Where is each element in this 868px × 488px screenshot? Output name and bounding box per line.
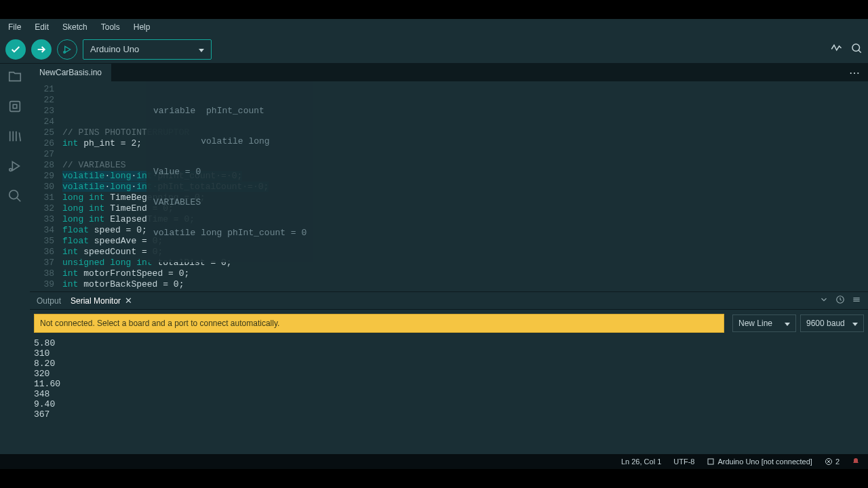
board-selector[interactable]: Arduino Uno: [83, 39, 212, 60]
menu-edit[interactable]: Edit: [29, 21, 54, 33]
chevron-down-icon: [852, 319, 858, 328]
debug-icon[interactable]: [7, 159, 22, 174]
svg-marker-7: [12, 162, 19, 171]
serial-output: 5.803108.2032011.603489.40367: [30, 337, 868, 454]
boards-manager-icon[interactable]: [7, 99, 22, 114]
editor-tab[interactable]: NewCarBasis.ino: [30, 64, 111, 81]
svg-rect-6: [13, 104, 17, 108]
svg-marker-1: [65, 46, 71, 52]
code-editor[interactable]: 2122232425262728293031323334353637383940…: [30, 81, 868, 291]
svg-line-10: [17, 198, 21, 202]
editor-tabs: NewCarBasis.ino ⋯: [30, 64, 868, 81]
tab-output[interactable]: Output: [37, 296, 61, 306]
file-encoding: UTF-8: [673, 458, 694, 466]
chevron-down-icon: [199, 44, 204, 54]
search-icon[interactable]: [7, 188, 22, 203]
svg-rect-5: [10, 102, 20, 112]
sketchbook-icon[interactable]: [7, 69, 22, 84]
tab-serial-monitor[interactable]: Serial Monitor: [71, 296, 121, 306]
svg-point-8: [9, 169, 12, 171]
connection-warning: Not connected. Select a board and a port…: [34, 314, 724, 333]
library-manager-icon[interactable]: [7, 129, 22, 144]
baud-rate-select[interactable]: 9600 baud: [800, 314, 864, 332]
close-icon[interactable]: ✕: [125, 296, 132, 306]
upload-button[interactable]: [31, 39, 52, 60]
debug-button[interactable]: [57, 39, 77, 60]
board-selector-label: Arduino Uno: [90, 44, 139, 54]
serial-plotter-icon[interactable]: [830, 42, 842, 56]
status-bar: Ln 26, Col 1 UTF-8 Arduino Uno [not conn…: [0, 454, 868, 469]
svg-line-4: [859, 50, 861, 53]
line-ending-select[interactable]: New Line: [732, 314, 796, 332]
svg-point-3: [852, 44, 860, 52]
svg-point-9: [9, 190, 18, 199]
activity-bar: [0, 64, 30, 454]
serial-monitor-icon[interactable]: [850, 42, 863, 56]
svg-rect-15: [708, 459, 713, 464]
bottom-panel: Output Serial Monitor ✕ Not: [30, 291, 868, 454]
menu-help[interactable]: Help: [128, 21, 156, 33]
bell-icon[interactable]: [852, 458, 860, 466]
verify-button[interactable]: [5, 39, 26, 60]
menu-sketch[interactable]: Sketch: [57, 21, 93, 33]
menu-tools[interactable]: Tools: [96, 21, 125, 33]
menu-bar: FileEditSketchToolsHelp: [0, 19, 868, 35]
toggle-autoscroll-icon[interactable]: [819, 295, 829, 306]
board-status[interactable]: Arduino Uno [not connected]: [707, 458, 812, 466]
clear-output-icon[interactable]: [852, 295, 861, 306]
toggle-timestamp-icon[interactable]: [835, 295, 845, 306]
more-actions-button[interactable]: ⋯: [842, 66, 868, 79]
cursor-position: Ln 26, Col 1: [621, 458, 661, 466]
menu-file[interactable]: File: [3, 21, 26, 33]
chevron-down-icon: [785, 319, 790, 328]
notifications[interactable]: 2: [825, 458, 840, 466]
toolbar: Arduino Uno: [0, 35, 868, 64]
